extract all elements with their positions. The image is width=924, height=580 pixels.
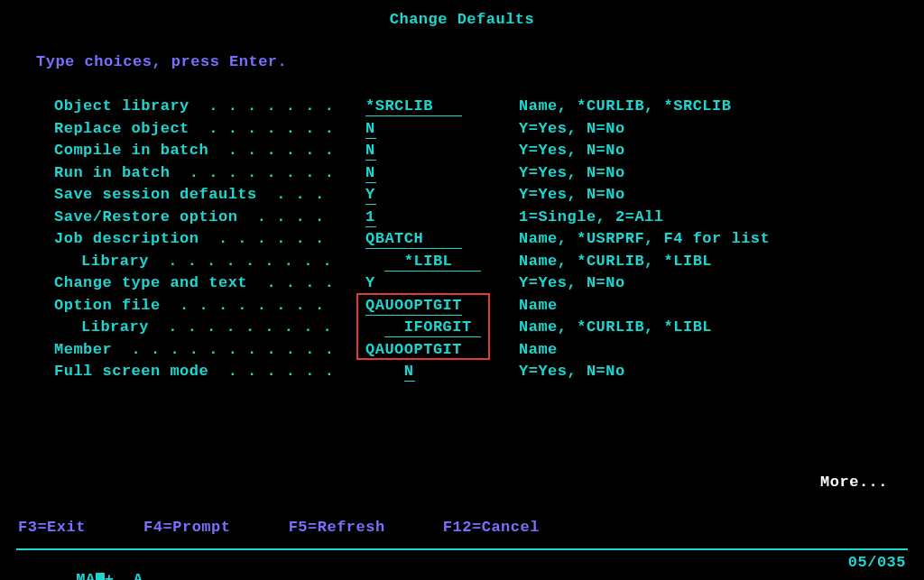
status-line: MA+ A 05/035	[18, 554, 906, 580]
status-a: + A	[105, 571, 143, 580]
change-type-input[interactable]: Y	[365, 274, 376, 292]
job-desc-label: Job description . . . . . .	[54, 228, 365, 251]
divider-line	[16, 548, 908, 550]
object-library-hint: Name, *CURLIB, *SRCLIB	[519, 96, 731, 118]
replace-object-label: Replace object . . . . . . .	[54, 118, 365, 141]
page-title: Change Defaults	[18, 11, 906, 28]
member-label: Member . . . . . . . . . . .	[54, 339, 365, 362]
run-batch-input[interactable]: N	[365, 164, 376, 183]
member-hint: Name	[519, 339, 558, 362]
change-type-hint: Y=Yes, N=No	[519, 272, 625, 295]
full-screen-input[interactable]: N	[404, 363, 415, 382]
jd-library-input[interactable]: *LIBL	[384, 253, 481, 272]
save-restore-label: Save/Restore option . . . .	[54, 207, 365, 229]
of-library-input[interactable]: IFORGIT	[384, 318, 481, 337]
compile-batch-hint: Y=Yes, N=No	[519, 140, 625, 162]
option-file-hint: Name	[519, 295, 558, 318]
full-screen-hint: Y=Yes, N=No	[519, 361, 625, 383]
member-input[interactable]: QAUOOPTGIT	[365, 341, 462, 360]
save-restore-hint: 1=Single, 2=All	[519, 207, 664, 229]
run-batch-label: Run in batch . . . . . . . .	[54, 162, 365, 185]
replace-object-hint: Y=Yes, N=No	[519, 118, 625, 141]
status-ma: MA	[76, 571, 95, 580]
of-library-hint: Name, *CURLIB, *LIBL	[519, 317, 712, 339]
job-desc-input[interactable]: QBATCH	[365, 230, 462, 249]
form-area: Object library . . . . . . . *SRCLIB Nam…	[54, 96, 906, 383]
jd-library-label: Library . . . . . . . . .	[54, 251, 365, 273]
function-keys: F3=Exit F4=Prompt F5=Refresh F12=Cancel	[18, 519, 540, 536]
cursor-position: 05/035	[848, 554, 906, 580]
full-screen-label: Full screen mode . . . . . .	[54, 361, 365, 383]
save-session-label: Save session defaults . . .	[54, 184, 365, 207]
option-file-label: Option file . . . . . . . .	[54, 295, 365, 318]
more-indicator: More...	[820, 474, 888, 491]
replace-object-input[interactable]: N	[365, 120, 376, 139]
compile-batch-input[interactable]: N	[365, 142, 376, 161]
option-file-input[interactable]: QAUOOPTGIT	[365, 297, 462, 316]
save-session-input[interactable]: Y	[365, 186, 376, 205]
object-library-input[interactable]: *SRCLIB	[365, 97, 462, 116]
instruction-text: Type choices, press Enter.	[36, 53, 906, 70]
save-restore-input[interactable]: 1	[365, 208, 376, 227]
of-library-label: Library . . . . . . . . .	[54, 317, 365, 339]
run-batch-hint: Y=Yes, N=No	[519, 162, 625, 185]
job-desc-hint: Name, *USRPRF, F4 for list	[519, 228, 770, 251]
cursor-icon	[96, 573, 105, 580]
compile-batch-label: Compile in batch . . . . . .	[54, 140, 365, 162]
jd-library-hint: Name, *CURLIB, *LIBL	[519, 251, 712, 273]
save-session-hint: Y=Yes, N=No	[519, 184, 625, 207]
object-library-label: Object library . . . . . . .	[54, 96, 365, 118]
change-type-label: Change type and text . . . .	[54, 272, 365, 295]
